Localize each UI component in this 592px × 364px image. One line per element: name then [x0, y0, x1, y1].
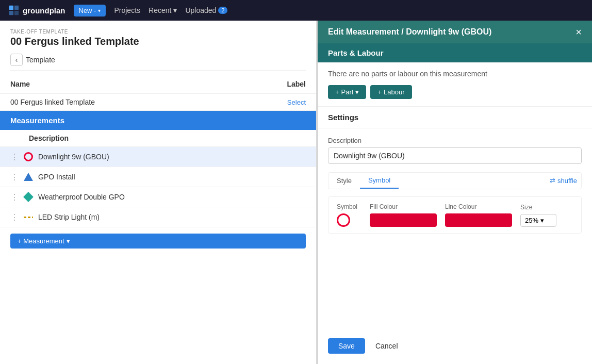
left-top: TAKE-OFF TEMPLATE 00 Fergus linked Templ…: [0, 21, 316, 75]
logo: groundplan: [8, 5, 65, 16]
measurement-label-3: Weatherproof Double GPO: [38, 193, 306, 201]
shuffle-label: shuffle: [557, 177, 577, 185]
col-label-header: Label: [265, 80, 306, 88]
no-parts-text: There are no parts or labour on this mea…: [328, 70, 582, 78]
logo-icon: [8, 5, 20, 16]
size-caret-icon: ▾: [540, 217, 544, 224]
size-value: 25%: [525, 217, 538, 224]
breadcrumb-text: Template: [26, 56, 55, 64]
circle-icon: [23, 151, 34, 162]
settings-section: Settings Description Style Symbol ⇄ shuf…: [318, 107, 592, 333]
recent-label: Recent: [149, 6, 171, 14]
measurements-header: Measurements: [0, 111, 316, 130]
drag-handle-icon[interactable]: ⋮: [10, 212, 19, 222]
measurements-table-header: Description: [0, 130, 316, 147]
pl-buttons: + Part ▾ + Labour: [328, 85, 582, 99]
measurement-label-1: Downlight 9w (GBOU): [38, 153, 306, 161]
template-select-link[interactable]: Select: [287, 98, 306, 106]
modal-title: Edit Measurement / Downlight 9w (GBOU): [328, 27, 491, 37]
logo-text: groundplan: [23, 6, 65, 15]
new-caret-icon: ▾: [98, 8, 101, 13]
dash-icon: [23, 211, 34, 223]
uploaded-label: Uploaded: [185, 6, 216, 14]
line-colour-label: Line Colour: [445, 203, 476, 210]
template-title: 00 Fergus linked Template: [10, 36, 306, 47]
line-colour-picker[interactable]: [445, 213, 512, 227]
add-labour-button[interactable]: + Labour: [370, 85, 412, 99]
new-label: New -: [79, 7, 96, 14]
size-select[interactable]: 25% ▾: [520, 214, 556, 227]
fill-colour-picker[interactable]: [370, 213, 437, 227]
drag-handle-icon[interactable]: ⋮: [10, 172, 19, 182]
size-col: Size 25% ▾: [520, 204, 556, 227]
modal-header: Edit Measurement / Downlight 9w (GBOU) ×: [318, 21, 592, 43]
style-tabs: Style Symbol ⇄ shuffle: [328, 172, 582, 189]
settings-header: Settings: [318, 107, 592, 128]
topnav: groundplan New - ▾ Projects Recent ▾ Upl…: [0, 0, 592, 21]
measurement-row-1[interactable]: ⋮ Downlight 9w (GBOU): [0, 147, 316, 167]
line-colour-col: Line Colour: [445, 203, 512, 227]
tab-style[interactable]: Style: [328, 173, 360, 188]
col-name-header: Name: [10, 80, 265, 88]
tab-symbol[interactable]: Symbol: [360, 173, 399, 189]
right-panel: Edit Measurement / Downlight 9w (GBOU) ×…: [317, 21, 592, 364]
symbol-preview-circle[interactable]: [337, 213, 350, 227]
breadcrumb-back-button[interactable]: ‹: [10, 54, 23, 66]
add-part-label: Part: [341, 88, 354, 96]
add-part-button[interactable]: + Part ▾: [328, 85, 366, 99]
shuffle-icon: ⇄: [550, 177, 555, 185]
recent-caret-icon: ▾: [173, 6, 177, 14]
svg-rect-2: [9, 11, 13, 15]
projects-link[interactable]: Projects: [114, 6, 140, 14]
parts-labour-section: Parts & Labour There are no parts or lab…: [318, 43, 592, 106]
left-panel: TAKE-OFF TEMPLATE 00 Fergus linked Templ…: [0, 21, 317, 364]
symbol-row: Symbol Fill Colour Line Colour Size: [328, 196, 582, 234]
save-button[interactable]: Save: [328, 338, 365, 354]
parts-labour-header: Parts & Labour: [318, 43, 592, 62]
measurement-row-2[interactable]: ⋮ GPO Install: [0, 167, 316, 187]
main-area: TAKE-OFF TEMPLATE 00 Fergus linked Templ…: [0, 21, 592, 364]
fill-colour-col: Fill Colour: [370, 203, 437, 227]
measurements-title: Measurements: [10, 116, 64, 125]
measurement-label-2: GPO Install: [38, 173, 306, 181]
svg-rect-3: [14, 11, 19, 15]
modal-close-button[interactable]: ×: [575, 27, 582, 37]
shuffle-button[interactable]: ⇄ shuffle: [546, 175, 581, 187]
symbol-col: Symbol: [337, 203, 357, 227]
triangle-icon: [23, 171, 34, 183]
add-measurement-label: + Measurement: [18, 237, 64, 245]
diamond-icon: [23, 191, 34, 203]
add-measurement-button[interactable]: + Measurement ▾: [10, 234, 306, 249]
size-col-label: Size: [520, 204, 532, 211]
take-off-label: TAKE-OFF TEMPLATE: [10, 29, 306, 35]
recent-link[interactable]: Recent ▾: [149, 6, 177, 14]
measurement-row-4[interactable]: ⋮ LED Strip Light (m): [0, 207, 316, 227]
symbol-col-label: Symbol: [337, 203, 357, 210]
template-row: 00 Fergus linked Template Select: [0, 94, 316, 111]
table-header: Name Label: [0, 75, 316, 94]
add-measurement-caret: ▾: [67, 237, 70, 245]
action-buttons: Save Cancel: [318, 333, 592, 364]
new-button[interactable]: New - ▾: [74, 5, 106, 16]
part-caret-icon: ▾: [355, 88, 359, 96]
cancel-button[interactable]: Cancel: [370, 338, 403, 354]
drag-handle-icon[interactable]: ⋮: [10, 192, 19, 202]
measurements-col-desc: Description: [10, 134, 306, 142]
drag-handle-icon[interactable]: ⋮: [10, 152, 19, 162]
description-input[interactable]: [328, 147, 582, 164]
parts-labour-title: Parts & Labour: [328, 48, 384, 57]
template-row-name: 00 Fergus linked Template: [10, 98, 287, 106]
labour-plus-icon: +: [377, 88, 382, 96]
settings-body: Description Style Symbol ⇄ shuffle Symbo…: [318, 128, 592, 242]
fill-colour-label: Fill Colour: [370, 203, 398, 210]
svg-rect-1: [14, 6, 19, 10]
parts-labour-body: There are no parts or labour on this mea…: [318, 62, 592, 106]
svg-rect-0: [9, 6, 13, 10]
measurement-row-3[interactable]: ⋮ Weatherproof Double GPO: [0, 187, 316, 207]
measurement-label-4: LED Strip Light (m): [38, 213, 306, 221]
breadcrumb: ‹ Template: [10, 54, 306, 71]
add-labour-label: Labour: [384, 88, 404, 96]
projects-label: Projects: [114, 6, 140, 14]
uploaded-link[interactable]: Uploaded 2: [185, 6, 227, 14]
part-plus-icon: +: [335, 88, 339, 96]
